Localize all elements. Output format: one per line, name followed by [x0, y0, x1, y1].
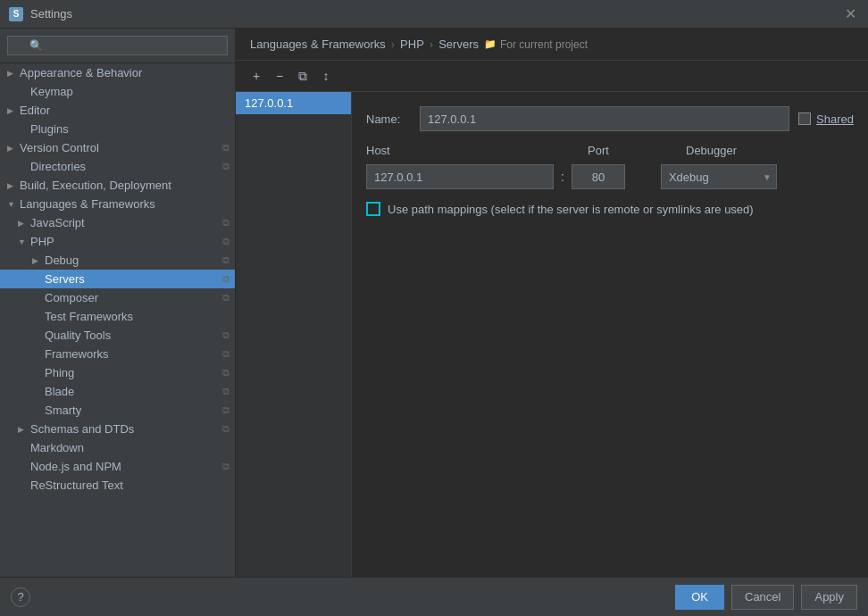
sidebar-item-label-nodejs: Node.js and NPM: [30, 460, 217, 473]
path-mapping-checkbox[interactable]: [366, 202, 380, 216]
copy-server-button[interactable]: ⧉: [293, 66, 313, 86]
sidebar-item-servers[interactable]: Servers⧉: [0, 270, 235, 288]
copy-icon-schemas: ⧉: [217, 423, 235, 435]
apply-button[interactable]: Apply: [801, 585, 857, 610]
shared-checkbox[interactable]: [798, 112, 811, 125]
name-input[interactable]: [420, 106, 789, 131]
split-pane: 127.0.0.1 Name: Shared Host Port D: [236, 92, 868, 577]
sidebar-item-markdown[interactable]: Markdown: [0, 438, 235, 457]
sidebar-tree: ▶Appearance & BehaviorKeymap▶EditorPlugi…: [0, 63, 235, 495]
host-label: Host: [366, 144, 563, 157]
sidebar: 🔍 ▶Appearance & BehaviorKeymap▶EditorPlu…: [0, 29, 236, 577]
sidebar-item-php[interactable]: ▼PHP⧉: [0, 232, 235, 251]
sidebar-item-appearance[interactable]: ▶Appearance & Behavior: [0, 63, 235, 82]
breadcrumb-sep-1: ›: [391, 37, 395, 51]
sidebar-item-smarty[interactable]: Smarty⧉: [0, 401, 235, 420]
port-label: Port: [588, 144, 668, 157]
sidebar-item-label-version-control: Version Control: [20, 141, 217, 154]
ok-button[interactable]: OK: [675, 585, 724, 610]
tree-arrow-version-control: ▶: [7, 144, 20, 153]
title-bar: S Settings ✕: [0, 0, 868, 29]
sidebar-item-label-smarty: Smarty: [45, 404, 217, 417]
sidebar-item-label-test-frameworks: Test Frameworks: [45, 310, 235, 323]
sidebar-item-label-schemas: Schemas and DTDs: [30, 422, 217, 436]
sidebar-item-languages[interactable]: ▼Languages & Frameworks: [0, 195, 235, 213]
port-input[interactable]: [572, 164, 625, 189]
server-list-item[interactable]: 127.0.0.1: [236, 92, 351, 114]
sidebar-item-nodejs[interactable]: Node.js and NPM⧉: [0, 457, 235, 476]
search-input[interactable]: [7, 36, 228, 55]
sidebar-item-composer[interactable]: Composer⧉: [0, 288, 235, 307]
bottom-bar: ? OK Cancel Apply: [0, 577, 868, 616]
host-input[interactable]: [366, 164, 554, 189]
content-panel: Languages & Frameworks › PHP › Servers 📁…: [236, 29, 868, 577]
breadcrumb-servers: Servers: [438, 37, 479, 51]
tree-arrow-editor: ▶: [7, 106, 20, 115]
breadcrumb: Languages & Frameworks › PHP › Servers 📁…: [236, 29, 868, 61]
tree-arrow-build: ▶: [7, 181, 20, 190]
sidebar-item-label-markdown: Markdown: [30, 441, 235, 454]
sidebar-item-label-composer: Composer: [45, 291, 217, 304]
sidebar-item-plugins[interactable]: Plugins: [0, 120, 235, 138]
copy-icon-servers: ⧉: [217, 273, 235, 285]
project-icon: 📁: [484, 38, 497, 50]
sidebar-item-blade[interactable]: Blade⧉: [0, 382, 235, 401]
sidebar-item-frameworks[interactable]: Frameworks⧉: [0, 345, 235, 363]
path-mapping-row: Use path mappings (select if the server …: [366, 202, 854, 216]
copy-icon-phing: ⧉: [217, 367, 235, 379]
sidebar-item-build[interactable]: ▶Build, Execution, Deployment: [0, 176, 235, 195]
sidebar-item-directories[interactable]: Directories⧉: [0, 157, 235, 176]
move-server-button[interactable]: ↕: [316, 66, 336, 86]
sidebar-item-test-frameworks[interactable]: Test Frameworks: [0, 307, 235, 326]
host-port-row: : Xdebug Zend Debugger ▼: [366, 164, 854, 189]
debugger-wrapper: Xdebug Zend Debugger ▼: [643, 164, 777, 189]
server-toolbar: + − ⧉ ↕: [236, 61, 868, 92]
tree-arrow-javascript: ▶: [18, 219, 30, 228]
shared-label: Shared: [816, 112, 854, 126]
copy-icon-blade: ⧉: [217, 386, 235, 397]
name-label: Name:: [366, 112, 411, 126]
add-server-button[interactable]: +: [246, 66, 266, 86]
close-button[interactable]: ✕: [841, 5, 859, 23]
sidebar-item-label-quality-tools: Quality Tools: [45, 329, 217, 342]
shared-container: Shared: [798, 112, 854, 126]
remove-server-button[interactable]: −: [270, 66, 289, 86]
help-button[interactable]: ?: [11, 587, 30, 607]
server-list: 127.0.0.1: [236, 92, 352, 577]
sidebar-item-debug[interactable]: ▶Debug⧉: [0, 251, 235, 270]
sidebar-item-label-keymap: Keymap: [30, 85, 235, 98]
breadcrumb-project: 📁 For current project: [484, 38, 588, 51]
app-icon: S: [9, 7, 23, 21]
search-box: 🔍: [0, 29, 235, 63]
copy-icon-composer: ⧉: [217, 292, 235, 304]
sidebar-item-label-javascript: JavaScript: [30, 216, 217, 229]
sidebar-item-label-php: PHP: [30, 235, 217, 248]
tree-arrow-schemas: ▶: [18, 425, 30, 434]
copy-icon-debug: ⧉: [217, 254, 235, 266]
sidebar-item-editor[interactable]: ▶Editor: [0, 101, 235, 120]
sidebar-item-label-plugins: Plugins: [30, 122, 235, 136]
tree-arrow-debug: ▶: [32, 256, 45, 265]
copy-icon-javascript: ⧉: [217, 217, 235, 229]
sidebar-item-phing[interactable]: Phing⧉: [0, 363, 235, 382]
sidebar-item-keymap[interactable]: Keymap: [0, 82, 235, 101]
sidebar-item-schemas[interactable]: ▶Schemas and DTDs⧉: [0, 420, 235, 438]
cancel-button[interactable]: Cancel: [731, 585, 794, 610]
debugger-select[interactable]: Xdebug Zend Debugger: [661, 164, 777, 189]
breadcrumb-sep-2: ›: [430, 37, 433, 51]
copy-icon-directories: ⧉: [217, 161, 235, 172]
sidebar-item-label-frameworks: Frameworks: [45, 347, 217, 361]
sidebar-item-version-control[interactable]: ▶Version Control⧉: [0, 138, 235, 157]
copy-icon-quality-tools: ⧉: [217, 329, 235, 341]
sidebar-item-restructured[interactable]: ReStructured Text: [0, 476, 235, 495]
sidebar-item-label-build: Build, Execution, Deployment: [20, 179, 235, 192]
sidebar-item-label-servers: Servers: [45, 272, 217, 286]
sidebar-item-label-debug: Debug: [45, 254, 217, 267]
debugger-label: Debugger: [686, 144, 737, 157]
sidebar-item-label-restructured: ReStructured Text: [30, 479, 235, 492]
sidebar-item-javascript[interactable]: ▶JavaScript⧉: [0, 213, 235, 232]
copy-icon-php: ⧉: [217, 236, 235, 247]
colon-sep: :: [554, 170, 572, 184]
sidebar-item-quality-tools[interactable]: Quality Tools⧉: [0, 326, 235, 345]
sidebar-item-label-languages: Languages & Frameworks: [20, 197, 235, 211]
